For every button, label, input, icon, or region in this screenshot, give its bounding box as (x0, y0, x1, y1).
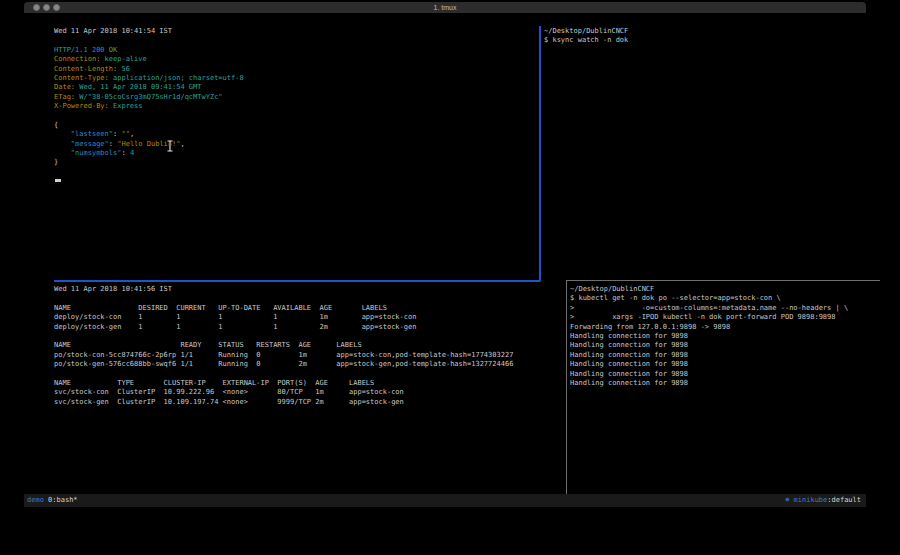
kube-context-name: minikube (789, 496, 827, 504)
terminal-line: ~/Desktop/DublinCNCF (544, 27, 884, 36)
pane-divider-vertical-bottom[interactable] (566, 281, 567, 506)
terminal-line: $ ksync watch -n dok (544, 36, 884, 45)
terminal-line: } (54, 158, 536, 167)
tmux-session-name: demo (27, 496, 44, 504)
terminal-line: NAME TYPE CLUSTER-IP EXTERNAL-IP PORT(S)… (54, 379, 562, 388)
terminal-line: NAME READY STATUS RESTARTS AGE LABELS (54, 341, 562, 350)
terminal-line: deploy/stock-con 1 1 1 1 1m app=stock-co… (54, 313, 562, 322)
status-right: ☸ minikube:default (785, 494, 861, 507)
terminal-line: X-Powered-By: Express (54, 102, 536, 111)
minimize-button[interactable] (43, 4, 50, 11)
pane-http-response[interactable]: Wed 11 Apr 2018 10:41:54 IST HTTP/1.1 20… (54, 27, 536, 277)
terminal-line (54, 36, 536, 45)
window-titlebar[interactable]: 1. tmux (24, 2, 866, 13)
terminal-line: Handling connection for 9898 (570, 332, 886, 341)
terminal-line: Connection: keep-alive (54, 55, 536, 64)
tmux-window-label[interactable]: 0:bash* (48, 496, 78, 504)
pane-divider-horizontal-right[interactable] (566, 280, 880, 281)
terminal-line: svc/stock-con ClusterIP 10.99.222.96 <no… (54, 388, 562, 397)
text-cursor-block (55, 179, 61, 183)
terminal-line: Date: Wed, 11 Apr 2018 09:41:54 GMT (54, 83, 536, 92)
terminal-line: Handling connection for 9898 (570, 370, 886, 379)
terminal-line: Handling connection for 9898 (570, 351, 886, 360)
terminal-line: ~/Desktop/DublinCNCF (570, 285, 886, 294)
terminal-line: "lastseen": "", (54, 130, 536, 139)
pane-divider-vertical-top[interactable] (539, 26, 541, 281)
terminal-line: Handling connection for 9898 (570, 341, 886, 350)
terminal-line: "numsymbols": 4 (54, 149, 536, 158)
terminal-line: > -o=custom-columns=:metadata.name --no-… (570, 304, 886, 313)
terminal-line (54, 370, 562, 379)
terminal-line (54, 294, 562, 303)
traffic-lights (33, 4, 60, 11)
tmux-status-bar: demo 0:bash* ☸ minikube:default (24, 494, 866, 507)
pane-port-forward[interactable]: ~/Desktop/DublinCNCF$ kubectl get -n dok… (570, 285, 886, 503)
window-title: 1. tmux (24, 2, 866, 13)
terminal-line: Forwarding from 127.0.0.1:9898 -> 9898 (570, 323, 886, 332)
terminal-line: deploy/stock-gen 1 1 1 1 2m app=stock-ge… (54, 323, 562, 332)
terminal-line: HTTP/1.1 200 OK (54, 46, 536, 55)
terminal-line: ETag: W/"38-05coCsrg3mQ75sHr1d/qcMTwYZc" (54, 93, 536, 102)
terminal-line (54, 112, 536, 121)
pane-kubectl-get[interactable]: Wed 11 Apr 2018 10:41:56 IST NAME DESIRE… (54, 285, 562, 503)
terminal-line: { (54, 121, 536, 130)
close-button[interactable] (33, 4, 40, 11)
terminal-line: $ kubectl get -n dok po --selector=app=s… (570, 294, 886, 303)
terminal-line: po/stock-con-5cc874766c-2p6rp 1/1 Runnin… (54, 351, 562, 360)
status-left: demo 0:bash* (27, 494, 78, 507)
terminal-line: Wed 11 Apr 2018 10:41:56 IST (54, 285, 562, 294)
mouse-ibeam-cursor (166, 137, 174, 156)
terminal-line: Content-Type: application/json; charset=… (54, 74, 536, 83)
terminal-line: "message": "Hello Dublin!", (54, 140, 536, 149)
zoom-button[interactable] (53, 4, 60, 11)
terminal-line (54, 332, 562, 341)
terminal-line: po/stock-gen-576cc688bb-swqf6 1/1 Runnin… (54, 360, 562, 369)
terminal-line: Handling connection for 9898 (570, 360, 886, 369)
terminal-line: Wed 11 Apr 2018 10:41:54 IST (54, 27, 536, 36)
terminal-line: Content-Length: 56 (54, 65, 536, 74)
terminal-content: Wed 11 Apr 2018 10:41:54 IST HTTP/1.1 20… (24, 13, 866, 494)
kube-namespace-label: :default (827, 496, 861, 504)
terminal-line: svc/stock-gen ClusterIP 10.109.197.74 <n… (54, 398, 562, 407)
pane-ksync-watch[interactable]: ~/Desktop/DublinCNCF$ ksync watch -n dok (544, 27, 884, 277)
terminal-line: Handling connection for 9898 (570, 379, 886, 388)
pane-divider-horizontal-left[interactable] (54, 280, 540, 282)
terminal-line: NAME DESIRED CURRENT UP-TO-DATE AVAILABL… (54, 304, 562, 313)
terminal-line: > xargs -IPOD kubectl -n dok port-forwar… (570, 313, 886, 322)
desktop-background: 1. tmux Wed 11 Apr 2018 10:41:54 IST HTT… (0, 0, 900, 555)
